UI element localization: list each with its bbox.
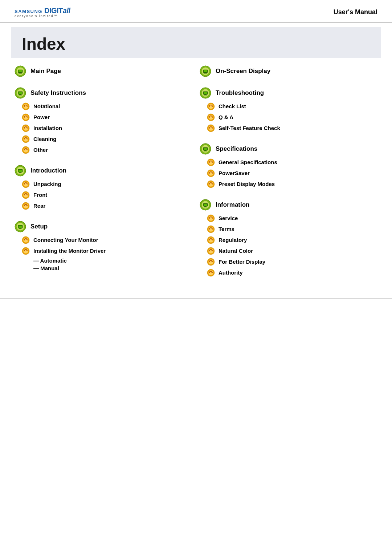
natural-color-icon — [207, 247, 215, 255]
subsubitem-manual[interactable]: — Manual — [22, 265, 192, 272]
authority-label[interactable]: Authority — [219, 270, 243, 276]
powersaver-label[interactable]: PowerSaver — [219, 170, 250, 176]
front-icon — [22, 191, 30, 199]
specifications-title[interactable]: Specifications — [216, 145, 257, 153]
main-page-icon — [15, 65, 26, 77]
unpacking-label[interactable]: Unpacking — [33, 181, 61, 187]
svg-rect-30 — [19, 172, 21, 173]
general-specs-label[interactable]: General Specifications — [219, 159, 277, 165]
subitem-cleaning[interactable]: Cleaning — [22, 134, 192, 144]
main-page-title[interactable]: Main Page — [30, 68, 61, 75]
on-screen-display-title[interactable]: On-Screen Display — [216, 68, 270, 75]
svg-rect-63 — [204, 94, 207, 95]
section-header-safety-instructions[interactable]: Safety Instructions — [15, 87, 192, 99]
subitem-check-list[interactable]: Check List — [207, 102, 377, 111]
subitem-natural-color[interactable]: Natural Color — [207, 246, 377, 256]
power-icon — [22, 113, 30, 121]
cleaning-icon — [22, 135, 30, 143]
qna-label[interactable]: Q & A — [219, 114, 233, 120]
subitem-connecting-monitor[interactable]: Connecting Your Monitor — [22, 235, 192, 245]
troubleshooting-title[interactable]: Troubleshooting — [216, 89, 264, 97]
section-header-specifications[interactable]: Specifications — [200, 143, 377, 155]
troubleshooting-icon — [200, 87, 211, 99]
self-test-label[interactable]: Self-Test Feature Check — [219, 125, 280, 131]
section-header-information[interactable]: Information — [200, 199, 377, 211]
notational-label[interactable]: Notational — [33, 103, 60, 109]
installation-label[interactable]: Installation — [33, 125, 62, 131]
subitem-preset-display-modes[interactable]: Preset Display Modes — [207, 179, 377, 189]
svg-rect-64 — [204, 95, 207, 95]
svg-rect-5 — [19, 70, 22, 72]
other-label[interactable]: Other — [33, 147, 48, 153]
subitem-authority[interactable]: Authority — [207, 268, 377, 278]
connecting-monitor-label[interactable]: Connecting Your Monitor — [33, 237, 98, 243]
svg-rect-65 — [204, 92, 207, 94]
subsubitem-automatic[interactable]: — Automatic — [22, 257, 192, 264]
check-list-label[interactable]: Check List — [219, 103, 246, 109]
section-on-screen-display: On-Screen Display — [200, 65, 377, 77]
section-header-on-screen-display[interactable]: On-Screen Display — [200, 65, 377, 77]
svg-rect-46 — [19, 228, 22, 229]
subitem-regulatory[interactable]: Regulatory — [207, 235, 377, 245]
subitem-rear[interactable]: Rear — [22, 201, 192, 211]
subitem-front[interactable]: Front — [22, 190, 192, 200]
samsung-logo: SAMSUNG DIGITall everyone's invited™ — [15, 7, 70, 18]
section-header-troubleshooting[interactable]: Troubleshooting — [200, 87, 377, 99]
for-better-display-label[interactable]: For Better Display — [219, 259, 265, 265]
svg-rect-58 — [204, 73, 207, 73]
subitem-service[interactable]: Service — [207, 214, 377, 223]
on-screen-display-icon — [200, 65, 211, 77]
automatic-label[interactable]: — Automatic — [33, 258, 67, 264]
natural-color-label[interactable]: Natural Color — [219, 248, 253, 254]
subitem-terms[interactable]: Terms — [207, 224, 377, 234]
subitem-self-test[interactable]: Self-Test Feature Check — [207, 123, 377, 133]
section-specifications: Specifications General Specifications Po… — [200, 143, 377, 189]
manual-label[interactable]: — Manual — [33, 265, 59, 271]
svg-rect-32 — [19, 170, 22, 172]
index-title: Index — [22, 35, 65, 53]
introduction-icon — [15, 165, 26, 177]
section-main-page: Main Page — [15, 65, 192, 77]
installing-driver-label[interactable]: Installing the Monitor Driver — [33, 248, 106, 254]
powersaver-icon — [207, 169, 215, 177]
subitem-qna[interactable]: Q & A — [207, 113, 377, 122]
svg-rect-93 — [204, 206, 207, 207]
subitem-for-better-display[interactable]: For Better Display — [207, 257, 377, 267]
terms-label[interactable]: Terms — [219, 226, 234, 232]
setup-title[interactable]: Setup — [30, 223, 48, 230]
subitem-notational[interactable]: Notational — [22, 102, 192, 111]
front-label[interactable]: Front — [33, 192, 47, 198]
subitem-unpacking[interactable]: Unpacking — [22, 179, 192, 189]
information-title[interactable]: Information — [216, 201, 250, 208]
svg-rect-31 — [19, 173, 22, 173]
notational-icon — [22, 102, 30, 110]
subitem-power[interactable]: Power — [22, 113, 192, 122]
safety-instructions-title[interactable]: Safety Instructions — [30, 89, 86, 97]
service-icon — [207, 214, 215, 222]
subitem-general-specs[interactable]: General Specifications — [207, 158, 377, 167]
specifications-icon — [200, 143, 211, 155]
authority-icon — [207, 269, 215, 277]
preset-display-modes-label[interactable]: Preset Display Modes — [219, 181, 275, 187]
subitem-installing-driver[interactable]: Installing the Monitor Driver — [22, 246, 192, 256]
rear-label[interactable]: Rear — [33, 203, 45, 209]
section-header-setup[interactable]: Setup — [15, 221, 192, 232]
introduction-title[interactable]: Introduction — [30, 167, 66, 174]
svg-rect-10 — [19, 95, 22, 95]
power-label[interactable]: Power — [33, 114, 50, 120]
section-introduction: Introduction Unpacking Front Rear — [15, 165, 192, 211]
subitem-installation[interactable]: Installation — [22, 123, 192, 133]
section-header-main-page[interactable]: Main Page — [15, 65, 192, 77]
connecting-monitor-icon — [22, 236, 30, 244]
service-label[interactable]: Service — [219, 215, 238, 221]
section-header-introduction[interactable]: Introduction — [15, 165, 192, 177]
subitem-powersaver[interactable]: PowerSaver — [207, 169, 377, 178]
regulatory-label[interactable]: Regulatory — [219, 237, 247, 243]
page-header: SAMSUNG DIGITall everyone's invited™ Use… — [0, 0, 392, 23]
cleaning-label[interactable]: Cleaning — [33, 136, 56, 142]
rear-icon — [22, 202, 30, 210]
subitem-other[interactable]: Other — [22, 145, 192, 155]
terms-icon — [207, 225, 215, 233]
setup-subitems: Connecting Your Monitor Installing the M… — [15, 235, 192, 272]
introduction-subitems: Unpacking Front Rear — [15, 179, 192, 211]
